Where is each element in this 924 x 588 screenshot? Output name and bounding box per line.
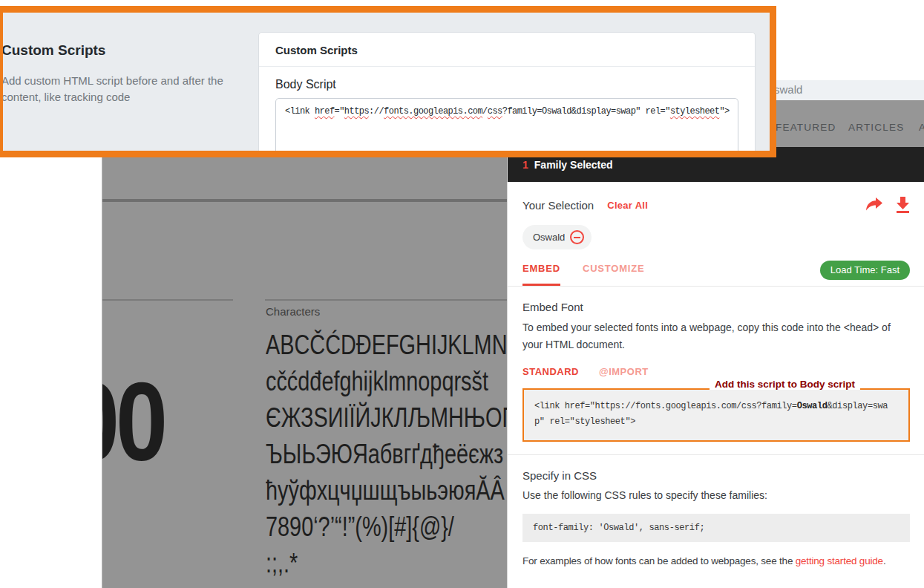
embed-code-block[interactable]: <link href="https://fonts.googleapis.com… [522,390,910,442]
custom-scripts-highlight-box: Custom Scripts Add custom HTML script be… [0,6,776,157]
char-line: :;,.* [266,545,508,581]
body-script-textarea[interactable]: <link href="https://fonts.googleapis.com… [275,98,738,157]
embed-font-description: To embed your selected fonts into a webp… [522,319,910,353]
nav-tab-articles[interactable]: ARTICLES [848,122,904,133]
divider [508,286,924,287]
getting-started-link[interactable]: getting started guide [796,555,883,566]
screenshot-root: swald FEATURED ARTICLES A 700 Characters… [0,0,924,588]
char-line: ЄЖЗЅИІЇЙЈКЛЉМНЊОПР [266,399,508,436]
char-line: ћуўфхцчџшщъыьэюяĂÂ [266,472,508,509]
specimen-divider-band [102,199,508,202]
annotation-line [860,388,910,390]
font-specimen-panel: 700 Characters ABCČĆDĐEFGHIJKLMNOP cčćdđ… [102,147,508,588]
annotation-callout: Add this script to Body script [522,379,910,390]
font-weight-number: 700 [102,365,174,480]
selection-drawer: 1 Family Selected Your Selection Clear A… [508,147,924,588]
tab-customize[interactable]: CUSTOMIZE [583,263,645,286]
clear-all-button[interactable]: Clear All [607,200,648,211]
embed-font-heading: Embed Font [522,301,910,313]
footer-help-text: For examples of how fonts can be added t… [522,555,910,566]
chip-family-name: Oswald [533,232,565,243]
selected-label: Family Selected [534,159,613,171]
specify-css-heading: Specify in CSS [522,469,910,482]
settings-page-title: Custom Scripts [1,42,105,59]
specimen-rule-right [265,299,508,301]
card-title: Custom Scripts [259,33,755,67]
css-code-block[interactable]: font-family: 'Oswald', sans-serif; [522,514,910,542]
characters-heading: Characters [266,305,320,318]
specimen-rule-left [102,299,233,301]
settings-page-description: Add custom HTML script before and after … [1,73,236,105]
share-icon[interactable] [865,197,882,212]
character-set-sample: ABCČĆDĐEFGHIJKLMNOP cčćdđefghijklmnopqrs… [266,327,508,581]
char-line: 7890‘?’“!”(%)[#]{@}/ [266,509,508,545]
char-line: cčćdđefghijklmnopqrsšt [266,363,508,399]
download-icon[interactable] [896,197,910,213]
nav-tab-about[interactable]: A [919,122,924,133]
selected-count: 1 [522,159,528,171]
subtab-import[interactable]: @IMPORT [599,366,649,377]
custom-scripts-card: Custom Scripts Body Script <link href="h… [258,32,756,157]
load-time-badge: Load Time: Fast [820,261,910,280]
annotation-line [522,388,710,390]
annotation-label: Add this script to Body script [710,379,860,390]
char-line: ABCČĆDĐEFGHIJKLMNOP [266,327,508,363]
body-script-label: Body Script [275,78,738,91]
char-line: ЪЫЬЭЮЯабвгґдђеёєжз [266,436,508,472]
your-selection-title: Your Selection [522,199,594,212]
divider [508,454,924,455]
tab-embed[interactable]: EMBED [522,263,560,286]
search-input-value[interactable]: swald [774,83,802,96]
specify-css-description: Use the following CSS rules to specify t… [522,487,910,504]
selected-family-chip: Oswald [522,225,592,249]
remove-family-icon[interactable] [570,230,584,244]
drawer-body: Your Selection Clear All Oswald [508,182,924,588]
subtab-standard[interactable]: STANDARD [522,366,579,377]
nav-tab-featured[interactable]: FEATURED [776,122,836,133]
code-family-name: Oswald [797,401,828,411]
